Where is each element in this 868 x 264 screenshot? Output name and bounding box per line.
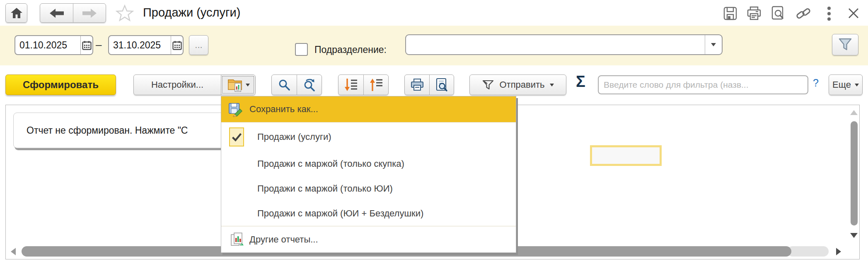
- search-refresh-icon: [303, 78, 316, 91]
- other-reports-icon: [230, 232, 244, 247]
- settings-group: Настройки...: [133, 74, 256, 95]
- printer-icon: [410, 78, 424, 91]
- favorite-star-button[interactable]: [114, 3, 135, 23]
- report-window: Продажи (услуги): [0, 0, 868, 264]
- chevron-down-icon: [246, 84, 250, 86]
- link-icon: [795, 6, 811, 22]
- more-actions-button[interactable]: Еще: [829, 74, 863, 95]
- menu-item-current-variant[interactable]: Продажи (услуги): [221, 122, 516, 151]
- autosum-button[interactable]: Σ: [576, 73, 585, 91]
- funnel-icon: [838, 37, 853, 52]
- department-checkbox[interactable]: [295, 43, 308, 56]
- chevron-down-icon: [711, 43, 716, 46]
- report-empty-message: Отчет не сформирован. Нажмите "С: [27, 125, 188, 136]
- home-icon: [10, 7, 23, 19]
- print-button[interactable]: [746, 5, 762, 22]
- back-button[interactable]: [40, 4, 73, 22]
- checkmark-icon: [231, 132, 242, 142]
- search-icon: [278, 79, 290, 91]
- print-preview-icon: [771, 6, 785, 21]
- forward-icon: [82, 9, 97, 18]
- menu-item-label: Продажи (услуги): [257, 132, 331, 142]
- date-to-input[interactable]: [109, 36, 171, 54]
- expand-collapse-group: [338, 74, 389, 95]
- menu-item-label: Другие отчеты...: [249, 234, 318, 245]
- close-button[interactable]: [845, 5, 862, 22]
- collapse-levels-button[interactable]: [338, 75, 363, 95]
- find-next-button[interactable]: [297, 75, 322, 95]
- period-variants-button[interactable]: ...: [189, 35, 208, 55]
- date-from-calendar-button[interactable]: [80, 36, 92, 54]
- settings-button[interactable]: Настройки...: [134, 75, 221, 95]
- date-from-field: [15, 35, 93, 55]
- calendar-icon: [82, 41, 92, 50]
- send-button[interactable]: Отправить: [469, 74, 566, 95]
- document-preview-icon: [435, 78, 449, 92]
- vscroll-thumb[interactable]: [851, 121, 858, 226]
- menu-item-label: Продажи с маржой (ЮИ + Безделушки): [257, 208, 423, 219]
- forward-button[interactable]: [73, 4, 106, 22]
- star-icon: [116, 4, 134, 22]
- save-button[interactable]: [722, 5, 738, 22]
- toolbar-preview-button[interactable]: [429, 75, 454, 95]
- hscroll-left-button[interactable]: [11, 248, 16, 255]
- more-menu-button[interactable]: [824, 5, 834, 22]
- department-combo: [405, 34, 723, 55]
- date-from-input[interactable]: [15, 36, 80, 54]
- menu-item-label: Продажи с маржой (только ЮИ): [257, 183, 393, 194]
- menu-item-variant-skupka[interactable]: Продажи с маржой (только скупка): [221, 151, 516, 176]
- save-as-icon: [228, 102, 243, 117]
- menu-item-save-as[interactable]: Сохранить как...: [221, 96, 516, 122]
- nav-group: [40, 3, 106, 23]
- highlight-placeholder-box: [590, 145, 662, 166]
- calendar-icon: [172, 41, 182, 50]
- print-preview-button[interactable]: [770, 5, 786, 22]
- hscroll-track[interactable]: [787, 246, 829, 257]
- sort-descending-icon: [343, 78, 358, 92]
- search-group: [271, 74, 322, 95]
- quick-filter-button[interactable]: [832, 34, 858, 55]
- find-button[interactable]: [272, 75, 297, 95]
- help-link[interactable]: ?: [813, 77, 819, 89]
- send-icon: [482, 79, 494, 91]
- kebab-icon: [827, 6, 831, 21]
- print-group: [404, 74, 454, 95]
- more-actions-label: Еще: [832, 79, 851, 90]
- date-to-calendar-button[interactable]: [171, 36, 183, 54]
- menu-item-variant-yui[interactable]: Продажи с маржой (только ЮИ): [221, 176, 516, 201]
- selected-check-box: [229, 127, 244, 146]
- menu-item-other-reports[interactable]: Другие отчеты...: [221, 226, 516, 252]
- get-link-button[interactable]: [795, 5, 812, 22]
- chevron-down-icon: [855, 84, 859, 86]
- toolbar-print-button[interactable]: [405, 75, 429, 95]
- sort-ascending-icon: [369, 78, 384, 92]
- expand-levels-button[interactable]: [363, 75, 388, 95]
- vscroll-up-button[interactable]: [850, 110, 858, 115]
- report-variant-folder-icon: [227, 77, 243, 93]
- department-dropdown-button[interactable]: [705, 35, 722, 54]
- save-icon: [723, 7, 737, 20]
- settings-label: Настройки...: [151, 79, 203, 90]
- generate-report-button[interactable]: Сформировать: [5, 74, 116, 95]
- filter-bar: – ... Подразделение:: [0, 26, 868, 65]
- report-variants-button[interactable]: [221, 75, 255, 95]
- date-to-field: [108, 35, 184, 55]
- send-label: Отправить: [499, 79, 544, 90]
- row-filter-input[interactable]: [598, 75, 808, 94]
- close-icon: [848, 7, 859, 19]
- menu-item-variant-yui-bezdelushki[interactable]: Продажи с маржой (ЮИ + Безделушки): [221, 201, 516, 226]
- menu-item-label: Сохранить как...: [249, 104, 318, 115]
- report-variants-menu: Сохранить как... Продажи (услуги) Продаж…: [221, 96, 516, 253]
- page-title: Продажи (услуги): [143, 6, 240, 19]
- date-range-dash: –: [96, 38, 102, 51]
- chevron-down-icon: [550, 84, 554, 86]
- back-icon: [50, 9, 64, 18]
- home-button[interactable]: [5, 3, 27, 23]
- department-input[interactable]: [406, 35, 705, 54]
- print-icon: [747, 6, 762, 21]
- menu-item-label: Продажи с маржой (только скупка): [257, 158, 404, 169]
- hscroll-right-button[interactable]: [836, 248, 841, 255]
- department-label: Подразделение:: [314, 44, 387, 55]
- vscroll-down-button[interactable]: [850, 233, 858, 238]
